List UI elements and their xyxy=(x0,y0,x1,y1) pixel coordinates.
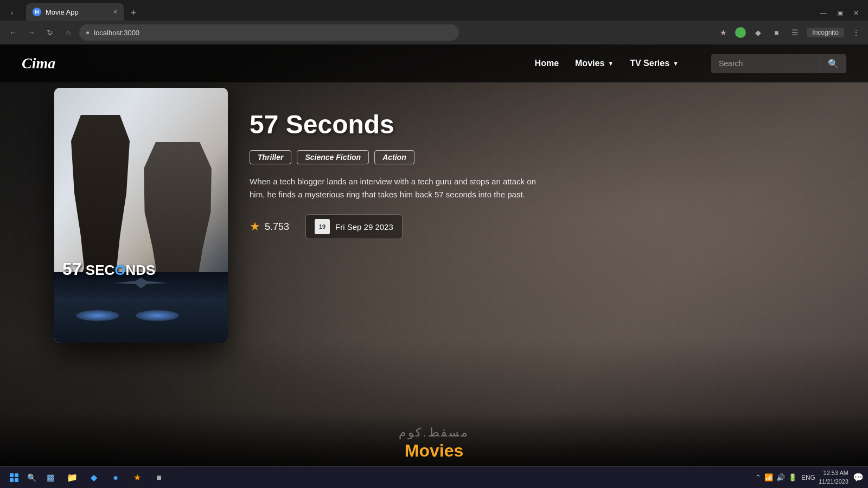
star-icon: ★ xyxy=(250,220,260,234)
battery-icon[interactable]: 🔋 xyxy=(788,473,797,481)
genre-tags: Thriller Science Fiction Action xyxy=(250,150,553,164)
browser-chrome: ‹ M Movie App × + — ▣ ✕ ← → ↻ ⌂ ● localh… xyxy=(0,0,868,44)
navbar: Cima Home Movies ▼ TV Series ▼ 🔍 xyxy=(0,44,868,82)
tb-chrome[interactable]: ● xyxy=(106,468,125,487)
taskbar: 🔍 ▩ 📁 ◆ ● ★ ■ ⌃ 📶 🔊 🔋 ENG 12:53 AM 11/21… xyxy=(0,466,868,488)
tb-task-view[interactable]: ▩ xyxy=(41,468,60,487)
card-title-sec: SEC xyxy=(86,262,114,278)
tb-brave[interactable]: ★ xyxy=(127,468,147,487)
calendar-icon: 19 xyxy=(315,219,330,234)
movie-meta: ★ 5.753 19 Fri Sep 29 2023 xyxy=(250,214,553,239)
notifications-icon[interactable]: 💬 xyxy=(853,472,864,483)
back-btn[interactable]: ← xyxy=(5,25,21,40)
windows-icon xyxy=(10,473,18,482)
genre-tag-action[interactable]: Action xyxy=(374,150,414,164)
win-quad-3 xyxy=(10,478,14,482)
tb-file-explorer[interactable]: 📁 xyxy=(62,468,82,487)
tab-favicon: M xyxy=(33,8,41,16)
search-container[interactable]: 🔍 xyxy=(711,54,846,73)
scene-light-2 xyxy=(136,310,179,321)
tab-arrow-btn[interactable]: ‹ xyxy=(4,5,20,21)
address-bar[interactable]: ● localhost:3000 xyxy=(79,24,459,41)
keyboard-lang: ENG xyxy=(801,474,815,481)
search-input[interactable] xyxy=(711,55,820,72)
tb-vscode[interactable]: ◆ xyxy=(84,468,104,487)
minimize-btn[interactable]: — xyxy=(816,5,831,21)
scene-light-1 xyxy=(76,310,119,321)
time-display: 12:53 AM xyxy=(819,469,848,477)
movie-info: 57 Seconds Thriller Science Fiction Acti… xyxy=(250,110,553,239)
taskbar-search-icon: 🔍 xyxy=(27,473,36,482)
incognito-btn[interactable]: Incognito xyxy=(807,28,844,37)
rating-value: 5.753 xyxy=(265,221,289,233)
nav-tv-series[interactable]: TV Series ▼ xyxy=(630,59,679,68)
calendar-day: 19 xyxy=(319,223,326,230)
movie-card-title: 57 SECONDS xyxy=(62,260,155,278)
movie-poster-card[interactable]: 57 SECONDS xyxy=(54,88,228,343)
card-bottom-scene xyxy=(54,272,228,343)
browser-tabs: ‹ M Movie App × + — ▣ ✕ xyxy=(0,0,868,21)
app-content: Cima Home Movies ▼ TV Series ▼ 🔍 xyxy=(0,44,868,466)
lock-icon: ● xyxy=(86,29,90,36)
reload-btn[interactable]: ↻ xyxy=(42,25,58,40)
tb-right-icons: ⌃ 📶 🔊 🔋 xyxy=(755,473,797,481)
nav-links: Home Movies ▼ TV Series ▼ 🔍 xyxy=(535,54,846,73)
forward-btn[interactable]: → xyxy=(24,25,39,40)
address-text: localhost:3000 xyxy=(94,29,139,37)
sidebar-btn[interactable]: ☰ xyxy=(788,26,801,39)
card-title-57: 57 xyxy=(62,259,82,279)
nav-home[interactable]: Home xyxy=(535,59,559,68)
release-date-text: Fri Sep 29 2023 xyxy=(335,222,393,232)
chevron-up-icon[interactable]: ⌃ xyxy=(755,473,761,481)
profile-icon[interactable] xyxy=(735,27,746,38)
card-title-ring: O xyxy=(114,262,125,278)
bookmark-icon[interactable]: ★ xyxy=(717,26,730,39)
win-quad-2 xyxy=(15,473,18,477)
section-title: Movies xyxy=(405,441,463,461)
movies-dropdown-arrow: ▼ xyxy=(608,60,614,67)
home-btn[interactable]: ⌂ xyxy=(61,25,76,40)
new-tab-btn[interactable]: + xyxy=(126,5,141,21)
movie-description: When a tech blogger lands an interview w… xyxy=(250,175,553,201)
tb-lang-time: ENG 12:53 AM 11/21/2023 xyxy=(801,469,848,486)
movie-card-inner: 57 SECONDS xyxy=(54,88,228,343)
taskbar-search[interactable]: 🔍 xyxy=(27,473,36,482)
nav-movies[interactable]: Movies ▼ xyxy=(575,59,614,68)
release-date-container: 19 Fri Sep 29 2023 xyxy=(305,214,403,239)
win-quad-1 xyxy=(10,473,14,477)
extensions-btn[interactable]: ■ xyxy=(770,26,783,39)
close-btn[interactable]: ✕ xyxy=(848,5,864,21)
active-tab[interactable]: M Movie App × xyxy=(26,3,124,21)
airplane-icon xyxy=(114,278,168,288)
browser-right-icons: ★ ◆ ■ ☰ Incognito ⋮ xyxy=(717,26,863,39)
date-display: 11/21/2023 xyxy=(819,478,848,486)
taskbar-right: ⌃ 📶 🔊 🔋 ENG 12:53 AM 11/21/2023 💬 xyxy=(755,469,864,486)
genre-tag-scifi[interactable]: Science Fiction xyxy=(297,150,369,164)
tv-dropdown-arrow: ▼ xyxy=(673,60,679,67)
win-quad-4 xyxy=(15,478,18,482)
extension-icon-1[interactable]: ◆ xyxy=(751,26,764,39)
tab-close-btn[interactable]: × xyxy=(113,8,117,16)
network-icon[interactable]: 📶 xyxy=(764,473,773,481)
maximize-btn[interactable]: ▣ xyxy=(832,5,847,21)
taskbar-apps: ▩ 📁 ◆ ● ★ ■ xyxy=(41,468,169,487)
start-btn[interactable] xyxy=(4,468,24,487)
tb-time: 12:53 AM 11/21/2023 xyxy=(819,469,848,486)
more-options-btn[interactable]: ⋮ xyxy=(850,26,863,39)
movie-title: 57 Seconds xyxy=(250,110,553,139)
genre-tag-thriller[interactable]: Thriller xyxy=(250,150,291,164)
tab-left-controls: ‹ xyxy=(4,5,20,21)
tb-app5[interactable]: ■ xyxy=(149,468,169,487)
address-bar-row: ← → ↻ ⌂ ● localhost:3000 ★ ◆ ■ ☰ Incogni… xyxy=(0,21,868,44)
card-title-nds: NDS xyxy=(126,262,156,278)
window-controls: — ▣ ✕ xyxy=(816,5,864,21)
volume-icon[interactable]: 🔊 xyxy=(776,473,785,481)
tab-title: Movie App xyxy=(46,8,79,16)
footer-section: مسقط.كوم Movies xyxy=(0,412,868,466)
site-logo[interactable]: Cima xyxy=(22,55,55,72)
rating-container: ★ 5.753 xyxy=(250,220,289,234)
search-button[interactable]: 🔍 xyxy=(820,54,846,73)
watermark-text: مسقط.كوم xyxy=(399,426,469,440)
